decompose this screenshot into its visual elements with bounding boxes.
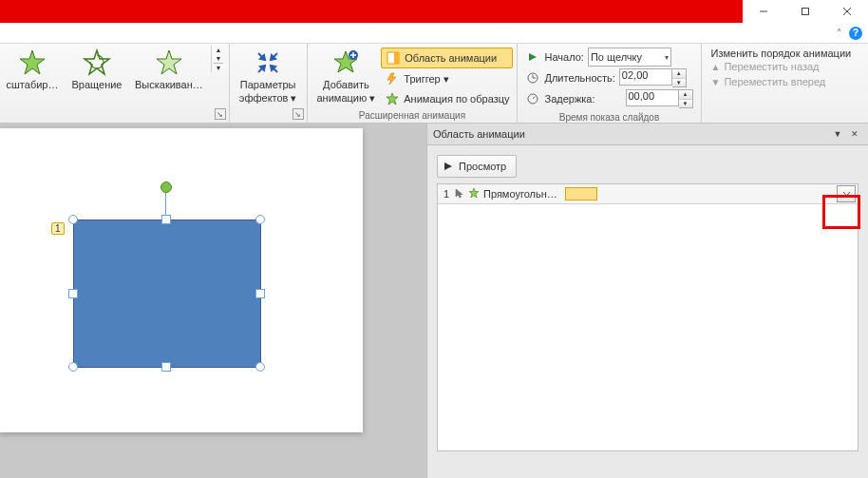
item-index: 1	[440, 188, 449, 200]
star-icon	[82, 48, 112, 78]
maximize-button[interactable]	[784, 0, 826, 23]
advanced-group-label: Расширенная анимация	[311, 108, 514, 123]
minimize-button[interactable]	[743, 0, 784, 23]
svg-marker-4	[20, 50, 45, 74]
play-button[interactable]: Просмотр	[437, 155, 517, 178]
delay-label: Задержка:	[544, 93, 594, 105]
clock-icon	[525, 70, 540, 86]
resize-handle-n[interactable]	[161, 215, 171, 224]
play-icon	[443, 162, 453, 171]
start-label: Начало:	[544, 51, 583, 63]
help-icon[interactable]: ?	[849, 27, 862, 40]
play-label: Просмотр	[459, 161, 506, 172]
svg-line-28	[533, 97, 536, 100]
delay-input[interactable]: 00,00	[626, 89, 679, 106]
svg-marker-23	[529, 53, 537, 61]
star-plus-icon	[330, 48, 361, 78]
effect-options-group: Параметры эффектов ▾ ↘	[230, 44, 308, 123]
animation-list: 1 Прямоугольн…	[437, 183, 859, 451]
move-earlier-button[interactable]: ▲ Переместить назад	[711, 59, 852, 74]
item-timebar	[565, 187, 597, 201]
duration-input[interactable]: 02,00	[619, 68, 672, 86]
move-later-label: Переместить вперед	[724, 76, 825, 87]
effect-options-launcher-icon[interactable]: ↘	[292, 108, 304, 120]
slide-canvas-area: 1	[0, 124, 426, 478]
effect-bounce-button[interactable]: Выскакиван…	[129, 46, 209, 93]
timing-group: Начало: По щелчку ▾ Длительность: 02,00 …	[518, 44, 701, 123]
pane-body: Просмотр 1 Прямоугольн…	[427, 145, 868, 478]
animation-painter-label: Анимация по образцу	[404, 93, 509, 105]
gallery-launcher-icon[interactable]: ↘	[215, 108, 226, 120]
resize-handle-sw[interactable]	[68, 362, 78, 372]
gallery-more-button[interactable]: ▴ ▾ ▾	[211, 46, 225, 72]
resize-handle-w[interactable]	[68, 289, 78, 298]
effect-grow-label: сштабир…	[7, 80, 59, 91]
pane-menu-icon[interactable]: ▼	[830, 127, 845, 141]
svg-marker-5	[85, 50, 109, 74]
chevron-down-icon: ▾	[665, 53, 669, 62]
arrow-up-icon: ▲	[711, 62, 721, 72]
help-row: ˄ ?	[0, 23, 868, 44]
arrow-down-icon: ▼	[711, 77, 721, 87]
gallery-group-label	[0, 108, 225, 123]
ribbon-collapse-icon[interactable]: ˄	[837, 28, 841, 38]
animation-pane-label: Область анимации	[405, 52, 497, 64]
effect-options-label-2: эффектов ▾	[239, 93, 297, 105]
animation-list-item[interactable]: 1 Прямоугольн…	[438, 184, 858, 204]
reorder-title: Изменить порядок анимации	[711, 48, 852, 59]
svg-marker-29	[444, 163, 452, 170]
add-animation-label-2: анимацию ▾	[317, 93, 376, 105]
svg-marker-21	[387, 73, 396, 85]
resize-handle-e[interactable]	[255, 289, 265, 298]
resize-handle-s[interactable]	[161, 362, 171, 372]
pane-title: Область анимации	[433, 128, 828, 140]
rectangle-shape[interactable]	[73, 220, 261, 368]
play-icon	[525, 49, 540, 65]
arrows-in-icon	[253, 48, 283, 78]
svg-marker-22	[387, 93, 398, 105]
chevron-down-icon	[842, 191, 851, 197]
svg-rect-20	[394, 52, 399, 64]
trigger-label: Триггер ▾	[404, 73, 448, 86]
reorder-group: Изменить порядок анимации ▲ Переместить …	[702, 44, 861, 123]
effect-grow-button[interactable]: сштабир…	[0, 46, 65, 93]
add-animation-button[interactable]: Добавить анимацию ▾	[311, 46, 382, 105]
start-value: По щелчку	[591, 51, 642, 63]
lightning-icon	[385, 71, 400, 86]
resize-handle-nw[interactable]	[68, 215, 78, 224]
pane-header: Область анимации ▼ ✕	[427, 124, 868, 145]
pane-icon	[386, 50, 401, 66]
duration-spinner[interactable]: ▲▼	[672, 68, 687, 87]
svg-rect-1	[802, 9, 809, 15]
animation-pane: Область анимации ▼ ✕ Просмотр 1	[426, 124, 868, 478]
timing-group-label: Время показа слайдов	[521, 110, 696, 124]
animation-tag[interactable]: 1	[51, 222, 65, 235]
trigger-button[interactable]: Триггер ▾	[381, 69, 513, 88]
advanced-animation-group: Добавить анимацию ▾ Область анимации Три…	[308, 44, 519, 123]
move-later-button[interactable]: ▼ Переместить вперед	[711, 74, 852, 89]
close-button[interactable]	[826, 0, 868, 23]
item-dropdown-button[interactable]	[837, 185, 856, 202]
window-controls	[743, 0, 868, 23]
pane-close-icon[interactable]: ✕	[847, 127, 862, 141]
effect-spin-button[interactable]: Вращение	[65, 46, 129, 93]
delay-spinner[interactable]: ▲▼	[679, 89, 693, 108]
brush-star-icon	[385, 91, 400, 106]
ribbon: сштабир… Вращение Выскакиван… ▴ ▾ ▾ ↘	[0, 44, 868, 124]
work-area: 1 Область анимации ▼ ✕ П	[0, 124, 868, 478]
item-name: Прямоугольн…	[483, 188, 557, 200]
star-icon	[154, 48, 184, 78]
start-combo[interactable]: По щелчку ▾	[588, 48, 671, 67]
effect-options-label-1: Параметры	[240, 80, 296, 91]
resize-handle-se[interactable]	[255, 362, 265, 372]
animation-pane-button[interactable]: Область анимации	[381, 48, 513, 68]
add-animation-label-1: Добавить	[323, 80, 369, 91]
effect-options-button[interactable]: Параметры эффектов ▾	[234, 46, 303, 105]
star-icon	[17, 48, 47, 78]
delay-icon	[525, 91, 540, 106]
mouse-icon	[453, 187, 464, 201]
rotate-handle[interactable]	[160, 182, 172, 193]
resize-handle-ne[interactable]	[255, 215, 265, 224]
slide[interactable]: 1	[0, 128, 363, 432]
animation-painter-button[interactable]: Анимация по образцу	[381, 89, 513, 108]
